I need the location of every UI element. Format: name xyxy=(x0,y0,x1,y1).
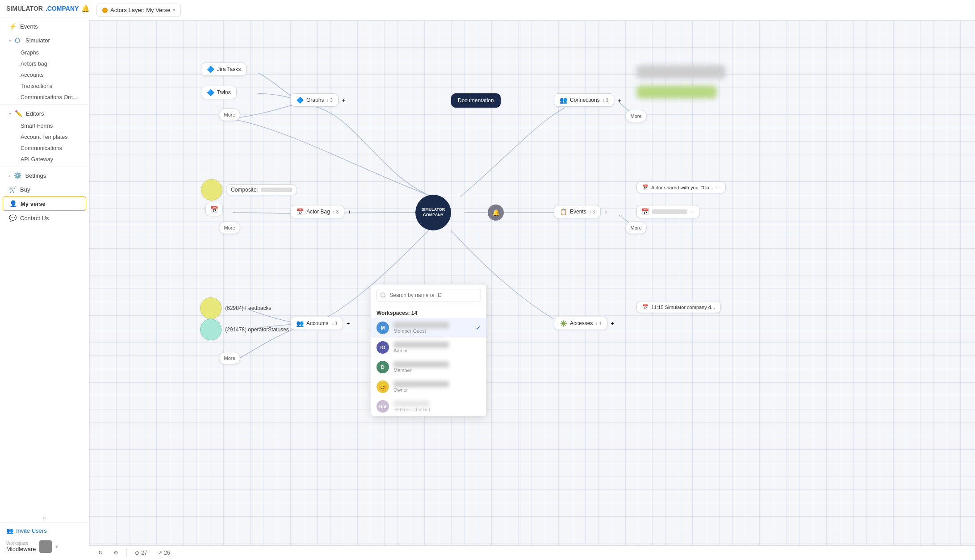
calendar-left-node[interactable]: 📅 xyxy=(205,203,223,216)
sidebar-item-account-templates[interactable]: Account Templates xyxy=(17,132,86,142)
sidebar-item-buy[interactable]: 🛒 Buy xyxy=(3,183,86,196)
sidebar-item-editors[interactable]: ▾ ✏️ Editors xyxy=(3,107,86,120)
sidebar-item-contact-us[interactable]: 💬 Contact Us xyxy=(3,211,86,225)
workspace-avatar-3: D xyxy=(377,361,389,373)
accesses-node[interactable]: ✳️ Accesses ↕ 1 + xyxy=(554,317,614,330)
center-node[interactable]: SIMULATORCOMPANY xyxy=(415,195,451,230)
events-node[interactable]: 📋 Events ↕ 3 + xyxy=(554,205,608,218)
workspace-item-1[interactable]: M ██████████████ Member Guest ✓ xyxy=(371,318,486,338)
ws-avatar-letter: D xyxy=(381,364,385,370)
workspace-search-input[interactable] xyxy=(377,289,481,301)
events-right-more-btn[interactable]: ··· xyxy=(690,209,695,215)
accounts-node[interactable]: 👥 Accounts ↕ 3 + xyxy=(290,317,350,330)
operator-statuses-node[interactable]: (291478) operatorStatuses xyxy=(200,319,289,340)
events-box[interactable]: 📋 Events ↕ 3 xyxy=(554,205,601,218)
feedbacks-label: (62984) Feedbacks xyxy=(225,305,271,311)
connections-label: Connections xyxy=(570,97,600,103)
workspace-item-4[interactable]: 😊 ██████████████ Owner xyxy=(371,377,486,397)
refresh-button[interactable]: ↻ xyxy=(96,548,105,557)
sidebar-item-events[interactable]: ⚡ Events xyxy=(3,20,86,33)
graphs-label: Graphs xyxy=(306,97,324,103)
chevron-down-icon: ▾ xyxy=(9,111,11,116)
feedbacks-node[interactable]: (62984) Feedbacks xyxy=(200,297,271,319)
operator-statuses-label: (291478) operatorStatuses xyxy=(225,326,289,333)
composite-node[interactable]: Composite: xyxy=(201,179,297,201)
connections-box[interactable]: 👥 Connections ↕ 3 xyxy=(554,93,614,107)
invite-users-button[interactable]: 👥 Invite Users xyxy=(6,527,83,534)
composite-circle[interactable] xyxy=(201,179,222,201)
shared-actor-notification[interactable]: 📅 Actor shared with you: "Co... ··· xyxy=(636,181,726,193)
sidebar-item-my-verse[interactable]: 👤 My verse xyxy=(3,196,86,211)
mind-map-canvas[interactable]: SIMULATORCOMPANY 🔔 🔷 Jira Tasks 🔷 Twins … xyxy=(89,21,975,545)
jira-tasks-node[interactable]: 🔷 Jira Tasks xyxy=(201,63,247,76)
actor-bag-add-button[interactable]: + xyxy=(348,209,352,215)
sidebar-item-settings[interactable]: › ⚙️ Settings xyxy=(3,169,86,182)
sidebar-item-simulator[interactable]: ▾ ⬡ Simulator xyxy=(3,33,86,47)
notification-bell-icon[interactable]: 🔔 xyxy=(81,4,89,13)
more-bottom-left-node[interactable]: More xyxy=(219,352,240,364)
ws-check-1: ✓ xyxy=(476,324,481,331)
notif-more-icon[interactable]: ··· xyxy=(716,185,720,190)
sidebar-item-actors-bag[interactable]: Actors bag xyxy=(17,59,86,69)
graphs-node[interactable]: 🔷 Graphs ↕ 3 + xyxy=(290,93,345,107)
ws-role-2: Admin xyxy=(393,348,481,353)
feedbacks-circle[interactable] xyxy=(200,297,222,319)
events-add-button[interactable]: + xyxy=(604,209,608,215)
accounts-add-button[interactable]: + xyxy=(347,320,350,327)
accesses-box[interactable]: ✳️ Accesses ↕ 1 xyxy=(554,317,607,330)
sidebar-item-accounts[interactable]: Accounts xyxy=(17,70,86,80)
sidebar-collapse-button[interactable]: « xyxy=(0,513,89,522)
workspace-selector[interactable]: Workspace Middleware ▾ xyxy=(6,538,83,556)
search-wrap xyxy=(377,289,481,301)
calendar-event-notification[interactable]: 📅 11:15 Simulator company d... xyxy=(636,301,721,313)
workspace-info: Workspace Middleware xyxy=(6,541,36,552)
sidebar-item-communications[interactable]: Communications xyxy=(17,143,86,154)
notification-node[interactable]: 🔔 xyxy=(488,205,504,221)
more-mid-left-node[interactable]: More xyxy=(219,221,240,234)
calendar-left-box[interactable]: 📅 xyxy=(205,203,223,216)
chevron-right-icon: › xyxy=(9,173,10,178)
workspace-item-5[interactable]: Bot █████████ Referee ChatBot xyxy=(371,397,486,416)
sidebar-item-label: Events xyxy=(20,23,38,30)
twins-box[interactable]: 🔷 Twins xyxy=(201,86,237,99)
layer-label: Actors Layer: My Verse xyxy=(110,7,170,13)
invite-users-icon: 👥 xyxy=(6,527,13,534)
sidebar-item-communications-orc[interactable]: Communications Orc... xyxy=(17,92,86,103)
actor-bag-box[interactable]: 📅 Actor Bag ↕ 3 xyxy=(290,205,344,218)
graphs-count: ↕ 3 xyxy=(326,98,332,103)
operator-statuses-circle[interactable] xyxy=(200,319,222,340)
bottom-toolbar: ↻ ⚙ ⊙ 27 ↗ 26 xyxy=(89,545,975,560)
workspace-name: Middleware xyxy=(6,546,36,552)
workspace-item-2[interactable]: IO ██████████████ Admin xyxy=(371,338,486,357)
center-node-label: SIMULATORCOMPANY xyxy=(422,207,445,217)
sidebar-item-graphs[interactable]: Graphs xyxy=(17,47,86,58)
composite-box[interactable]: Composite: xyxy=(226,184,297,195)
graphs-add-button[interactable]: + xyxy=(342,97,346,104)
settings-toolbar-button[interactable]: ⚙ xyxy=(111,548,121,557)
connections-node[interactable]: 👥 Connections ↕ 3 + xyxy=(554,93,621,107)
twins-node[interactable]: 🔷 Twins xyxy=(201,86,237,99)
composite-blurred xyxy=(261,188,292,192)
jira-tasks-label: Jira Tasks xyxy=(217,66,241,72)
sidebar-item-smart-forms[interactable]: Smart Forms xyxy=(17,121,86,131)
graphs-box[interactable]: 🔷 Graphs ↕ 3 xyxy=(290,93,339,107)
actor-bag-node[interactable]: 📅 Actor Bag ↕ 3 + xyxy=(290,205,352,218)
jira-tasks-box[interactable]: 🔷 Jira Tasks xyxy=(201,63,247,76)
more-top-left-node[interactable]: More xyxy=(219,109,240,121)
connections-add-button[interactable]: + xyxy=(618,97,621,104)
more-mid-right-node[interactable]: More xyxy=(625,221,647,234)
layer-selector[interactable]: Actors Layer: My Verse ▾ xyxy=(96,4,181,17)
documentation-box[interactable]: Documentation xyxy=(451,93,501,108)
accounts-box[interactable]: 👥 Accounts ↕ 3 xyxy=(290,317,343,330)
sidebar-item-transactions[interactable]: Transactions xyxy=(17,81,86,92)
node-count-button[interactable]: ⊙ 27 xyxy=(132,548,150,557)
sidebar-item-api-gateway[interactable]: API Gateway xyxy=(17,154,86,165)
accounts-label: Accounts xyxy=(306,320,328,326)
accesses-add-button[interactable]: + xyxy=(611,320,615,327)
documentation-node[interactable]: Documentation xyxy=(451,93,501,108)
more-top-right-node[interactable]: More xyxy=(625,110,647,122)
workspace-dropdown: Workspaces: 14 M ██████████████ Member G… xyxy=(371,284,487,417)
workspace-item-3[interactable]: D ██████████████ Member xyxy=(371,357,486,377)
connections-count-button[interactable]: ↗ 26 xyxy=(155,548,172,557)
events-right-calendar[interactable]: 📅 ··· xyxy=(636,205,699,218)
